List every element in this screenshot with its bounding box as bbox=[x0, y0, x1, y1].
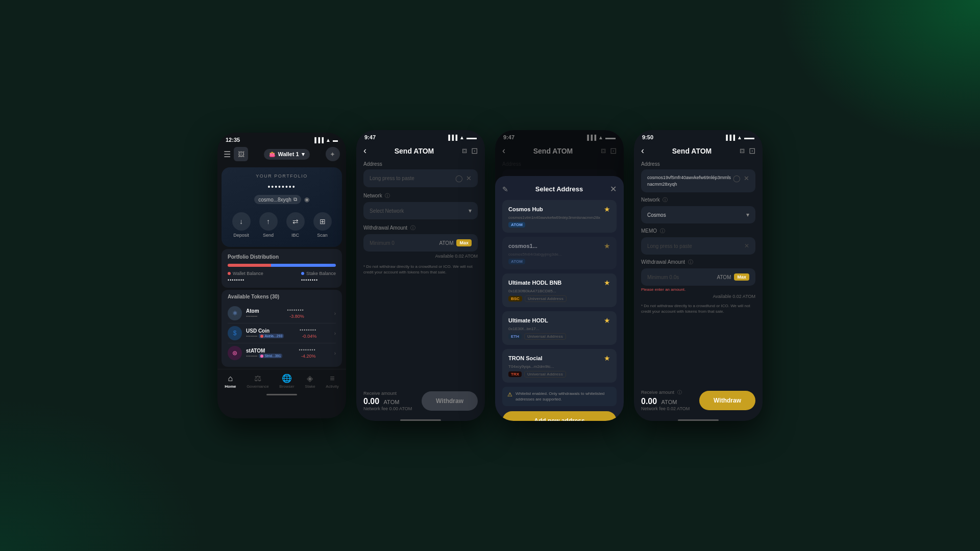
header-icons-4: ⧈ ⊡ bbox=[740, 146, 755, 156]
usdc-icon: $ bbox=[228, 326, 242, 340]
star-icon-1[interactable]: ★ bbox=[604, 242, 610, 250]
tag-trx: TRX bbox=[508, 371, 522, 377]
address-item-hodl-bnb[interactable]: Ultimate HODL BNB ★ 0x1E30f80kA471BCD85.… bbox=[502, 273, 617, 307]
back-button-4[interactable]: ‹ bbox=[641, 145, 644, 156]
token-row-usdc[interactable]: $ USD Coin •••••••• Axela...293 ••• bbox=[228, 323, 336, 343]
address-section-4: Address cosmos19vf5mfr40awvkefw69nlép3mm… bbox=[634, 161, 763, 192]
amount-input-2[interactable]: Minimum 0 ATOM Max bbox=[363, 234, 478, 252]
deposit-button[interactable]: ↓ Deposit bbox=[232, 212, 251, 238]
star-icon-2[interactable]: ★ bbox=[604, 279, 610, 287]
address-input-2[interactable]: Long press to paste ◯ ✕ bbox=[363, 169, 478, 187]
phone-1: 12:35 ▐▐▐ ▲ ▬ ☰ 🖼 👛 Wallet 1 ▾ ✦ YOUR PO… bbox=[217, 133, 346, 418]
address-item-cosmos-hub[interactable]: Cosmos Hub ★ cosmos1vtm1n40awvkefw69nlép… bbox=[502, 200, 617, 233]
settings-icon[interactable]: ✦ bbox=[326, 147, 340, 161]
wallet-selector[interactable]: 👛 Wallet 1 ▾ bbox=[264, 149, 309, 160]
memo-input-4[interactable]: Long press to paste ✕ bbox=[641, 237, 755, 255]
nav-browser[interactable]: 🌐 Browser bbox=[279, 373, 294, 389]
battery-icon-4: ▬▬ bbox=[744, 135, 754, 140]
token-list: Available Tokens (30) ⚛ Atom •••••••• ••… bbox=[222, 290, 342, 367]
address-item-hodl[interactable]: Ultimate HODL ★ 0x1E30f...bn17... ETH Un… bbox=[502, 311, 617, 345]
activity-icon: ≡ bbox=[330, 374, 334, 383]
star-icon-4[interactable]: ★ bbox=[604, 354, 610, 362]
status-bar-2: 9:47 ▐▐▐ ▲ ▬▬ bbox=[356, 130, 485, 142]
stake-balance-legend: Stake Balance •••••••• bbox=[301, 271, 336, 283]
wifi-icon-4: ▲ bbox=[737, 135, 742, 140]
nav-activity[interactable]: ≡ Activity bbox=[326, 374, 338, 389]
battery-icon-2: ▬▬ bbox=[467, 135, 477, 140]
phone-4: 9:50 ▐▐▐ ▲ ▬▬ ‹ Send ATOM ⧈ ⊡ Address co… bbox=[634, 130, 763, 421]
max-button-2[interactable]: Max bbox=[456, 239, 472, 246]
clear-icon-2[interactable]: ✕ bbox=[466, 174, 472, 182]
qr-icon-4[interactable]: ⧈ bbox=[740, 146, 745, 156]
p2-bottom: Receive amount 0.00 ATOM Network fee 0.0… bbox=[356, 387, 485, 417]
address-row: cosmo...8xyqh ⧉ ◉ bbox=[228, 195, 336, 204]
amount-section-2: Withdrawal Amount ⓘ Minimum 0 ATOM Max A… bbox=[356, 224, 485, 259]
withdraw-button-4[interactable]: Withdraw bbox=[699, 391, 755, 410]
memo-info-icon: ⓘ bbox=[660, 228, 665, 234]
arrow-icon: › bbox=[334, 350, 336, 356]
qr-icon-2[interactable]: ⧈ bbox=[462, 146, 467, 156]
scan-icon: ⊞ bbox=[313, 212, 332, 231]
clear-icon-4[interactable]: ✕ bbox=[744, 174, 749, 182]
tag-universal-4: Universal Address bbox=[524, 371, 566, 378]
status-time-1: 12:35 bbox=[226, 137, 240, 143]
send-icon: ↑ bbox=[259, 212, 278, 231]
action-buttons: ↓ Deposit ↑ Send ⇄ IBC ⊞ Scan bbox=[228, 209, 336, 241]
available-balance-2: Available 0.02 ATOM bbox=[363, 254, 478, 259]
globe-icon-2[interactable]: ◯ bbox=[455, 174, 463, 182]
header-icons-2: ⧈ ⊡ bbox=[462, 146, 478, 156]
amount-input-4[interactable]: Minimum 0.0s ATOM Max bbox=[641, 268, 755, 286]
send-button[interactable]: ↑ Send bbox=[259, 212, 278, 238]
receive-block-2: Receive amount 0.00 ATOM Network fee 0.0… bbox=[363, 391, 422, 411]
tag-atom-1: ATOM bbox=[508, 259, 525, 264]
address-label-4: Address bbox=[641, 161, 755, 167]
distribution-legend: Wallet Balance •••••••• Stake Balance ••… bbox=[228, 271, 336, 283]
wallet-dot bbox=[228, 272, 231, 275]
star-icon-3[interactable]: ★ bbox=[604, 316, 610, 324]
edit-icon[interactable]: ✎ bbox=[502, 185, 508, 193]
nav-governance[interactable]: ⚖ Governance bbox=[247, 373, 269, 389]
network-dropdown-4[interactable]: Cosmos ▾ bbox=[641, 206, 755, 223]
address-input-4[interactable]: cosmos19vf5mfr40awvkefw69nlép3mmlsnacmm2… bbox=[641, 169, 755, 192]
screens-container: 12:35 ▐▐▐ ▲ ▬ ☰ 🖼 👛 Wallet 1 ▾ ✦ YOUR PO… bbox=[217, 130, 763, 421]
p4-header: ‹ Send ATOM ⧈ ⊡ bbox=[634, 142, 763, 161]
memo-clear-icon[interactable]: ✕ bbox=[744, 242, 749, 249]
back-button-2[interactable]: ‹ bbox=[363, 145, 366, 156]
chevron-icon-2: ▾ bbox=[469, 207, 472, 214]
add-new-address-button[interactable]: Add new address bbox=[502, 411, 617, 421]
scan-icon-4[interactable]: ⊡ bbox=[749, 146, 755, 156]
menu-icon[interactable]: ☰ bbox=[224, 149, 231, 159]
nav-stake[interactable]: ◈ Stake bbox=[305, 373, 315, 389]
photo-icon[interactable]: 🖼 bbox=[234, 147, 248, 161]
p2-header: ‹ Send ATOM ⧈ ⊡ bbox=[356, 142, 485, 161]
home-indicator-4 bbox=[678, 419, 719, 421]
star-icon-0[interactable]: ★ bbox=[604, 205, 610, 213]
chevron-icon-4: ▾ bbox=[746, 211, 749, 218]
stake-icon: ◈ bbox=[307, 373, 313, 383]
close-modal-button[interactable]: ✕ bbox=[610, 184, 617, 194]
visibility-toggle[interactable]: ◉ bbox=[304, 196, 309, 203]
token-row-statom[interactable]: ⊛ stATOM •••••••• Strid...391 ••••• bbox=[228, 343, 336, 363]
whitelist-notice: ⚠ Whitelist enabled. Only withdrawals to… bbox=[502, 387, 617, 406]
withdraw-button-2[interactable]: Withdraw bbox=[422, 391, 478, 411]
warning-text-4: Do not withdraw directly to a crowdfund … bbox=[634, 303, 763, 314]
copy-icon[interactable]: ⧉ bbox=[293, 196, 297, 203]
nav-home[interactable]: ⌂ Home bbox=[225, 374, 236, 389]
scan-icon-2[interactable]: ⊡ bbox=[471, 146, 478, 156]
status-icons-2: ▐▐▐ ▲ ▬▬ bbox=[447, 135, 477, 140]
screen-title-2: Send ATOM bbox=[395, 147, 434, 155]
address-item-tron[interactable]: TRON Social ★ T04xcy9yqa...m2dm9tc... TR… bbox=[502, 349, 617, 383]
portfolio-distribution: Portfolio Distribution Wallet Balance ••… bbox=[222, 249, 342, 288]
max-button-4[interactable]: Max bbox=[734, 273, 749, 281]
ibc-button[interactable]: ⇄ IBC bbox=[286, 212, 305, 238]
globe-icon-4[interactable]: ◯ bbox=[733, 174, 741, 182]
network-dropdown-2[interactable]: Select Network ▾ bbox=[363, 202, 478, 219]
tag-universal-3: Universal Address bbox=[524, 333, 566, 340]
token-row-atom[interactable]: ⚛ Atom •••••••• •••••••• -3.80% › bbox=[228, 304, 336, 323]
signal-icon-2: ▐▐▐ bbox=[447, 135, 457, 140]
phone-3: 9:47 ▐▐▐ ▲ ▬▬ ‹ Send ATOM ⧈ ⊡ Address Lo… bbox=[495, 130, 624, 421]
status-icons-1: ▐▐▐ ▲ ▬ bbox=[313, 137, 338, 143]
address-item-blurred[interactable]: cosmos1... ★ cosmos5fntl4r3abgyjmg3de...… bbox=[502, 237, 617, 269]
scan-button[interactable]: ⊞ Scan bbox=[313, 212, 332, 238]
wallet-icon: 👛 bbox=[269, 152, 275, 157]
